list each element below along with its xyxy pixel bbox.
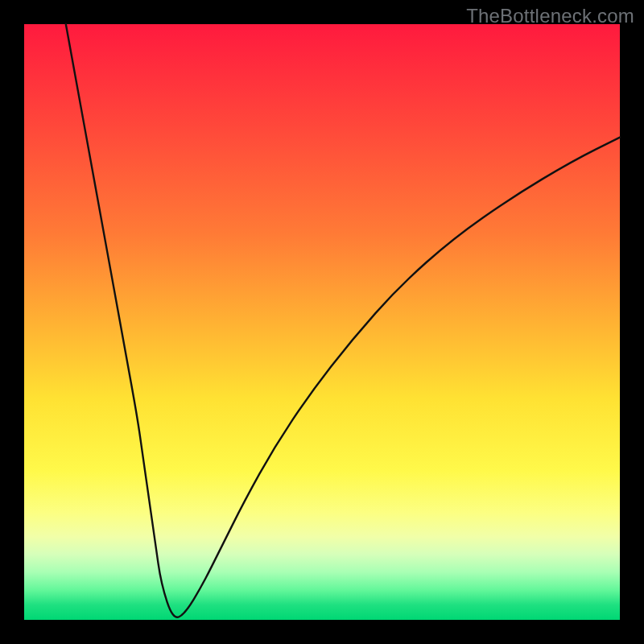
marker-capsule xyxy=(141,539,146,558)
plot-area xyxy=(24,24,620,620)
marker-capsule xyxy=(157,614,172,625)
marker-capsule xyxy=(210,515,214,534)
marker-capsule xyxy=(133,492,137,510)
marker-capsule xyxy=(121,426,124,444)
curve-layer xyxy=(24,24,620,620)
watermark-text: TheBottleneck.com xyxy=(466,5,634,27)
marker-capsule xyxy=(127,462,130,481)
marker-capsule xyxy=(224,431,226,450)
marker-capsule xyxy=(197,564,204,581)
bottleneck-curve xyxy=(66,24,620,617)
marker-capsule xyxy=(219,461,222,480)
marker-capsule xyxy=(150,581,154,600)
marker-capsule xyxy=(147,563,151,581)
highlighted-points xyxy=(121,426,226,625)
marker-capsule xyxy=(204,539,209,558)
marker-capsule xyxy=(214,492,217,510)
marker-capsule xyxy=(157,609,165,625)
marker-capsule xyxy=(138,521,140,539)
chart-frame: TheBottleneck.com xyxy=(0,0,644,644)
marker-capsule xyxy=(154,599,159,617)
